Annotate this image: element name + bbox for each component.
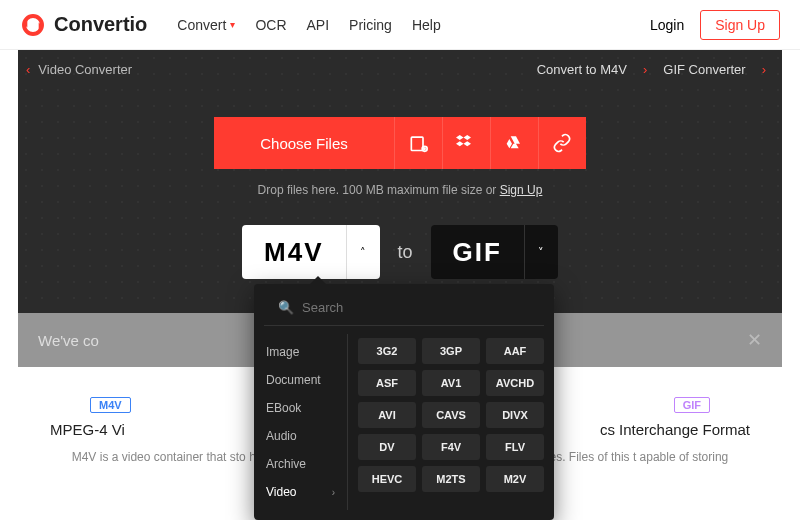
format-dv[interactable]: DV (358, 434, 416, 460)
format-asf[interactable]: ASF (358, 370, 416, 396)
category-ebook[interactable]: EBook (254, 394, 347, 422)
url-icon[interactable] (538, 117, 586, 169)
nav-help[interactable]: Help (412, 17, 441, 33)
category-document[interactable]: Document (254, 366, 347, 394)
search-icon: 🔍 (278, 300, 294, 315)
logo[interactable]: Convertio (20, 12, 147, 38)
crumb-convert-to-m4v[interactable]: Convert to M4V (537, 62, 627, 77)
format-divx[interactable]: DIVX (486, 402, 544, 428)
to-label: to (398, 242, 413, 263)
format-f4v[interactable]: F4V (422, 434, 480, 460)
format-m2ts[interactable]: M2TS (422, 466, 480, 492)
info-title-right: cs Interchange Format (600, 421, 750, 438)
chevron-left-icon[interactable]: ‹ (26, 62, 30, 77)
format-grid: 3G23GPAAFASFAV1AVCHDAVICAVSDIVXDVF4VFLVH… (348, 334, 554, 510)
crumb-gif-converter[interactable]: GIF Converter (663, 62, 745, 77)
header: Convertio Convert▾ OCR API Pricing Help … (0, 0, 800, 50)
nav-ocr[interactable]: OCR (255, 17, 286, 33)
brand-name: Convertio (54, 13, 147, 36)
from-format-select[interactable]: M4V ˄ (242, 225, 379, 279)
category-archive[interactable]: Archive (254, 450, 347, 478)
format-search-input[interactable] (302, 300, 530, 315)
format-dropdown: 🔍 ImageDocumentEBookAudioArchiveVideo› 3… (254, 284, 554, 520)
format-avi[interactable]: AVI (358, 402, 416, 428)
category-audio[interactable]: Audio (254, 422, 347, 450)
format-categories: ImageDocumentEBookAudioArchiveVideo› (254, 334, 348, 510)
format-hevc[interactable]: HEVC (358, 466, 416, 492)
category-image[interactable]: Image (254, 338, 347, 366)
chevron-right-icon: › (643, 62, 647, 77)
crumb-video-converter[interactable]: Video Converter (38, 62, 132, 77)
google-drive-icon[interactable] (490, 117, 538, 169)
chevron-up-icon[interactable]: ˄ (346, 225, 380, 279)
badge-m4v: M4V (90, 397, 131, 413)
format-m2v[interactable]: M2V (486, 466, 544, 492)
format-3gp[interactable]: 3GP (422, 338, 480, 364)
chevron-down-icon[interactable]: ˅ (524, 225, 558, 279)
format-cavs[interactable]: CAVS (422, 402, 480, 428)
category-video[interactable]: Video› (254, 478, 347, 506)
main-nav: Convert▾ OCR API Pricing Help (177, 17, 440, 33)
format-aaf[interactable]: AAF (486, 338, 544, 364)
chevron-down-icon: ▾ (230, 19, 235, 30)
signup-button[interactable]: Sign Up (700, 10, 780, 40)
from-format-label: M4V (242, 237, 345, 268)
svg-rect-1 (412, 137, 424, 150)
format-av1[interactable]: AV1 (422, 370, 480, 396)
login-link[interactable]: Login (650, 17, 684, 33)
format-3g2[interactable]: 3G2 (358, 338, 416, 364)
close-icon[interactable]: ✕ (747, 329, 762, 351)
format-flv[interactable]: FLV (486, 434, 544, 460)
dropbox-icon[interactable] (442, 117, 490, 169)
format-avchd[interactable]: AVCHD (486, 370, 544, 396)
to-format-label: GIF (431, 237, 524, 268)
header-right: Login Sign Up (650, 10, 780, 40)
dropdown-arrow (310, 276, 326, 284)
stats-text-left: We've co (38, 332, 99, 349)
breadcrumb: ‹ Video Converter Convert to M4V › GIF C… (18, 50, 782, 89)
format-search: 🔍 (264, 294, 544, 326)
nav-api[interactable]: API (307, 17, 330, 33)
badge-gif: GIF (674, 397, 710, 413)
file-browse-icon[interactable] (394, 117, 442, 169)
info-title-left: MPEG-4 Vi (50, 421, 125, 438)
signup-inline-link[interactable]: Sign Up (500, 183, 543, 197)
choose-files-button[interactable]: Choose Files (214, 117, 394, 169)
nav-pricing[interactable]: Pricing (349, 17, 392, 33)
drop-hint: Drop files here. 100 MB maximum file siz… (18, 183, 782, 197)
nav-convert[interactable]: Convert▾ (177, 17, 235, 33)
chevron-right-icon[interactable]: › (762, 62, 766, 77)
convertio-logo-icon (20, 12, 46, 38)
hero: ‹ Video Converter Convert to M4V › GIF C… (18, 50, 782, 313)
choose-files-group: Choose Files (214, 117, 586, 169)
to-format-select[interactable]: GIF ˅ (431, 225, 558, 279)
